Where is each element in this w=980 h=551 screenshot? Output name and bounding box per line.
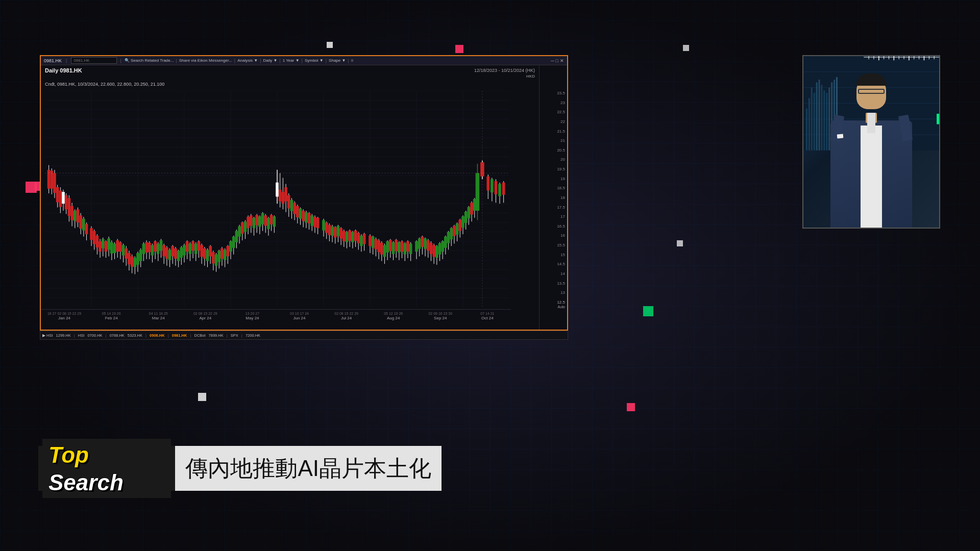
svg-rect-275 — [406, 241, 409, 252]
toolbar-share[interactable]: Share via Eikon Messenger... — [179, 58, 232, 63]
svg-rect-249 — [369, 236, 372, 246]
ticker-5323: 5323.HK — [128, 333, 142, 338]
price-21: 21 — [542, 138, 565, 143]
svg-rect-35 — [50, 171, 53, 189]
svg-rect-370 — [937, 114, 939, 124]
svg-rect-269 — [398, 242, 401, 253]
svg-rect-261 — [386, 241, 389, 253]
svg-rect-55 — [79, 215, 82, 229]
svg-rect-233 — [342, 231, 346, 241]
svg-rect-95 — [139, 250, 142, 261]
svg-rect-321 — [476, 173, 480, 211]
svg-rect-41 — [59, 190, 62, 207]
svg-rect-345 — [814, 93, 815, 151]
top-search-text: Top Search — [42, 439, 171, 498]
price-14_5: 14.5 — [542, 262, 565, 266]
svg-rect-307 — [456, 223, 459, 235]
svg-rect-57 — [82, 219, 85, 231]
svg-rect-259 — [383, 245, 386, 257]
maximize-button[interactable]: □ — [556, 58, 558, 63]
svg-rect-225 — [331, 226, 334, 235]
chart-titlebar: 0981.HK | | 🔍 Search Related Trade... | … — [41, 56, 567, 65]
chart-symbol-title: 0981.HK — [44, 58, 62, 63]
svg-rect-209 — [305, 212, 308, 222]
svg-rect-331 — [498, 184, 501, 196]
candles-feb — [90, 226, 136, 274]
svg-rect-49 — [70, 206, 74, 220]
svg-rect-155 — [226, 246, 229, 256]
svg-rect-147 — [215, 255, 218, 266]
svg-rect-121 — [177, 251, 180, 261]
svg-rect-173 — [253, 218, 256, 228]
price-20_5: 20.5 — [542, 148, 565, 153]
price-17: 17 — [542, 214, 565, 219]
toolbar-symbol[interactable]: Symbol ▼ — [305, 58, 324, 63]
chart-svg — [45, 91, 509, 307]
svg-rect-65 — [96, 236, 99, 247]
candles-aug — [369, 234, 412, 264]
svg-rect-67 — [99, 241, 102, 252]
minimize-button[interactable]: ─ — [551, 58, 554, 63]
svg-rect-163 — [238, 226, 241, 236]
deco-sq-5 — [677, 240, 683, 246]
svg-rect-177 — [258, 216, 261, 227]
svg-rect-235 — [346, 232, 349, 242]
svg-rect-247 — [363, 234, 366, 244]
svg-rect-179 — [261, 213, 264, 224]
svg-rect-185 — [270, 215, 273, 224]
svg-rect-197 — [287, 195, 290, 209]
pip-background — [803, 56, 939, 228]
svg-rect-229 — [337, 226, 340, 236]
svg-rect-211 — [308, 213, 311, 223]
svg-rect-87 — [128, 253, 131, 264]
candles-sep — [415, 219, 461, 265]
svg-rect-181 — [264, 215, 267, 226]
chart-body: Daily 0981.HK 12/18/2023 - 10/21/2024 (H… — [41, 65, 567, 330]
svg-rect-113 — [165, 247, 168, 259]
svg-rect-139 — [203, 248, 206, 259]
price-17_5: 17.5 — [542, 205, 565, 210]
deco-sq-1 — [327, 42, 333, 48]
svg-rect-241 — [354, 231, 357, 241]
svg-rect-161 — [235, 231, 238, 242]
ticker-0788: 0788.HK — [110, 333, 125, 338]
svg-rect-203 — [296, 206, 299, 217]
svg-rect-127 — [186, 241, 189, 252]
svg-rect-97 — [142, 244, 145, 254]
date-may: 13 20 27 May 24 — [229, 312, 276, 320]
svg-rect-109 — [160, 240, 163, 251]
price-21_5: 21.5 — [542, 129, 565, 134]
price-15_5: 15.5 — [542, 243, 565, 247]
svg-rect-191 — [279, 190, 282, 202]
candlestick-chart[interactable] — [45, 91, 509, 307]
candles-jul — [322, 219, 365, 252]
symbol-search-input[interactable] — [71, 57, 117, 64]
svg-rect-217 — [316, 218, 320, 228]
svg-rect-325 — [486, 177, 489, 191]
price-23: 23 — [542, 101, 565, 105]
svg-rect-239 — [351, 232, 354, 242]
svg-rect-45 — [65, 195, 68, 210]
svg-rect-245 — [360, 236, 363, 246]
candles-apr — [183, 240, 229, 272]
ticker-7899: 7899.HK — [209, 333, 224, 338]
svg-rect-145 — [212, 252, 215, 263]
toolbar-search[interactable]: 🔍 Search Related Trade... — [125, 58, 174, 63]
svg-rect-205 — [299, 208, 302, 218]
svg-rect-83 — [122, 245, 125, 255]
svg-rect-101 — [148, 243, 151, 252]
svg-rect-313 — [464, 212, 468, 223]
svg-rect-69 — [102, 239, 105, 248]
svg-rect-43 — [62, 192, 65, 204]
svg-rect-99 — [145, 242, 148, 253]
svg-rect-283 — [421, 237, 424, 247]
toolbar-1year[interactable]: 1 Year ▼ — [283, 58, 300, 63]
toolbar-analysis[interactable]: Analysis ▼ — [237, 58, 258, 63]
ticker-1299: 1299.HK — [56, 333, 71, 338]
svg-rect-149 — [217, 251, 220, 262]
close-button[interactable]: ✕ — [560, 58, 564, 63]
toolbar-daily[interactable]: Daily ▼ — [263, 58, 277, 63]
price-13: 13 — [542, 290, 565, 295]
toolbar-shape[interactable]: Shape ▼ — [329, 58, 346, 63]
svg-rect-309 — [458, 220, 461, 231]
